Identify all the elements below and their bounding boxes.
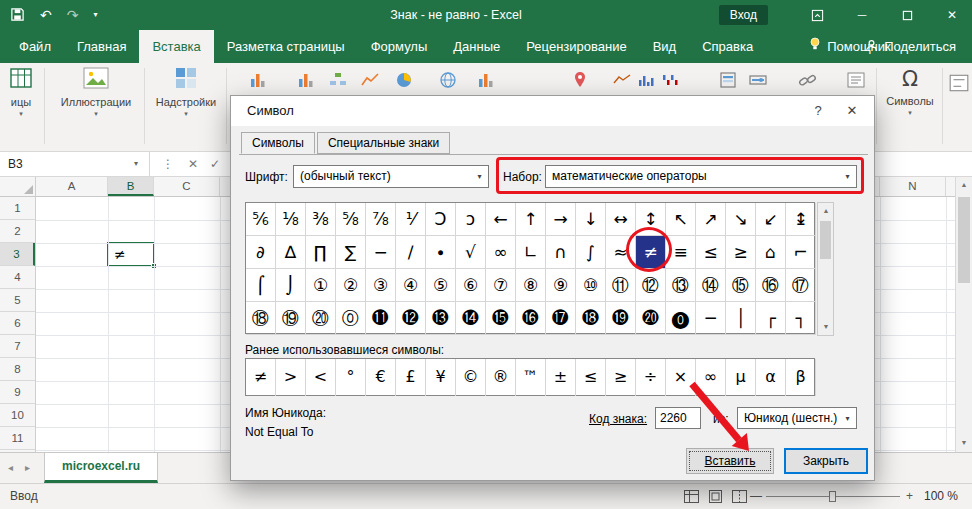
- row-header[interactable]: 4: [0, 266, 35, 289]
- share-button[interactable]: Поделиться: [857, 30, 964, 63]
- row-header[interactable]: 2: [0, 220, 35, 243]
- row-header[interactable]: 10: [0, 404, 35, 427]
- symbol-cell[interactable]: ∆: [276, 236, 306, 269]
- symbol-cell[interactable]: ┌: [756, 302, 786, 335]
- symbol-cell[interactable]: ↙: [756, 203, 786, 236]
- scroll-up-icon[interactable]: ▲: [956, 177, 972, 193]
- symbol-cell[interactable]: ⅛: [276, 203, 306, 236]
- sheet-nav-right-icon[interactable]: ▸: [25, 453, 30, 483]
- formula-bar-handle-icon[interactable]: ⋮: [162, 152, 174, 176]
- symbol-cell[interactable]: ⅟: [396, 203, 426, 236]
- symbols-group-button[interactable]: Ω Символы ▾: [880, 66, 940, 116]
- symbol-cell[interactable]: ⅚: [246, 203, 276, 236]
- symbol-cell[interactable]: ↘: [726, 203, 756, 236]
- zoom-out-icon[interactable]: —: [750, 484, 762, 509]
- select-all-corner[interactable]: [0, 177, 36, 197]
- qat-customize-icon[interactable]: ▾: [93, 11, 97, 19]
- symbol-cell[interactable]: ⑭: [696, 269, 726, 302]
- symbol-cell[interactable]: ⓿: [666, 302, 696, 335]
- symbol-cell[interactable]: ⓱: [546, 302, 576, 335]
- ribbon-tab[interactable]: Справка: [689, 30, 766, 63]
- hierarchy-chart-icon[interactable]: [328, 70, 350, 92]
- undo-icon[interactable]: ↶: [40, 8, 52, 22]
- symbol-cell[interactable]: ⑤: [426, 269, 456, 302]
- symbol-cell[interactable]: ∕: [396, 236, 426, 269]
- symbol-cell[interactable]: ∙: [426, 236, 456, 269]
- symbol-cell[interactable]: ⌂: [756, 236, 786, 269]
- save-icon[interactable]: [10, 7, 25, 24]
- symbol-cell[interactable]: ↓: [576, 203, 606, 236]
- symbol-cell[interactable]: ─: [696, 302, 726, 335]
- help-icon[interactable]: ?: [802, 96, 834, 126]
- recent-symbol-cell[interactable]: °: [336, 359, 366, 396]
- symbol-cell[interactable]: ∑: [336, 236, 366, 269]
- link-icon[interactable]: [798, 70, 820, 92]
- recent-symbol-cell[interactable]: ≥: [606, 359, 636, 396]
- recent-symbol-cell[interactable]: α: [756, 359, 786, 396]
- chevron-down-icon[interactable]: ▾: [839, 408, 856, 428]
- recent-symbol-cell[interactable]: ≤: [576, 359, 606, 396]
- normal-view-icon[interactable]: [684, 490, 699, 504]
- line-chart-icon[interactable]: [360, 70, 382, 92]
- chevron-down-icon[interactable]: ▾: [471, 166, 488, 187]
- ribbon-tab[interactable]: Разметка страницы: [214, 30, 358, 63]
- symbol-cell[interactable]: ⑬: [666, 269, 696, 302]
- row-header[interactable]: 6: [0, 312, 35, 335]
- column-sparkline-icon[interactable]: [636, 70, 658, 92]
- symbol-cell[interactable]: ④: [396, 269, 426, 302]
- cancel-icon[interactable]: ✕: [188, 152, 198, 176]
- symbol-grid-scrollbar[interactable]: ▲ ▼: [817, 202, 834, 336]
- recent-symbol-cell[interactable]: ™: [516, 359, 546, 396]
- recent-symbol-cell[interactable]: £: [396, 359, 426, 396]
- recent-symbol-cell[interactable]: ¥: [426, 359, 456, 396]
- symbol-cell[interactable]: ↄ: [456, 203, 486, 236]
- symbol-cell[interactable]: ⑯: [756, 269, 786, 302]
- timeline-icon[interactable]: [748, 70, 770, 92]
- sheet-tab[interactable]: microexcel.ru: [44, 453, 158, 483]
- sheet-nav-left-icon[interactable]: ◂: [8, 453, 13, 483]
- symbol-cell[interactable]: ≤: [696, 236, 726, 269]
- illustrations-group-button[interactable]: Иллюстрации ▾: [48, 66, 144, 117]
- column-chart-icon[interactable]: [296, 70, 318, 92]
- page-break-view-icon[interactable]: [732, 490, 747, 504]
- ribbon-tab[interactable]: Вид: [640, 30, 690, 63]
- symbol-cell[interactable]: ⓴: [636, 302, 666, 335]
- symbol-cell[interactable]: ⅜: [306, 203, 336, 236]
- symbol-cell[interactable]: ⌠: [246, 269, 276, 302]
- symbol-cell[interactable]: ⓲: [576, 302, 606, 335]
- page-layout-view-icon[interactable]: [708, 490, 723, 504]
- name-box-caret-icon[interactable]: ▾: [134, 152, 138, 176]
- row-header[interactable]: 7: [0, 335, 35, 358]
- row-header[interactable]: 8: [0, 358, 35, 381]
- symbol-cell[interactable]: ↨: [786, 203, 816, 236]
- recent-symbol-cell[interactable]: <: [306, 359, 336, 396]
- recommended-charts-icon[interactable]: [248, 70, 270, 92]
- char-code-input[interactable]: [655, 407, 701, 429]
- symbol-cell[interactable]: ∏: [306, 236, 336, 269]
- zoom-level[interactable]: 100 %: [924, 484, 958, 509]
- sign-in-button[interactable]: Вход: [719, 5, 768, 25]
- symbol-cell[interactable]: ⓮: [456, 302, 486, 335]
- symbol-cell[interactable]: ⓰: [516, 302, 546, 335]
- symbol-cell[interactable]: ⑳: [306, 302, 336, 335]
- symbol-cell[interactable]: ⑰: [786, 269, 816, 302]
- row-header[interactable]: 5: [0, 289, 35, 312]
- vertical-scrollbar[interactable]: ▲ ▼: [955, 177, 972, 452]
- recent-symbol-cell[interactable]: >: [276, 359, 306, 396]
- ribbon-tab[interactable]: Вставка: [139, 30, 213, 63]
- row-header[interactable]: 1: [0, 197, 35, 220]
- symbol-cell[interactable]: ⅝: [336, 203, 366, 236]
- column-header[interactable]: N: [880, 177, 946, 196]
- symbol-cell[interactable]: ↗: [696, 203, 726, 236]
- symbol-cell[interactable]: ∟: [516, 236, 546, 269]
- symbol-cell[interactable]: ⓭: [426, 302, 456, 335]
- close-button-dialog[interactable]: Закрыть: [784, 448, 868, 474]
- recent-symbol-cell[interactable]: ×: [666, 359, 696, 396]
- scroll-down-icon[interactable]: ▼: [956, 435, 972, 451]
- recent-symbol-cell[interactable]: ®: [486, 359, 516, 396]
- close-button[interactable]: ✕: [932, 0, 972, 30]
- symbol-cell[interactable]: ⓫: [366, 302, 396, 335]
- recent-symbol-cell[interactable]: ©: [456, 359, 486, 396]
- symbol-cell[interactable]: ┐: [786, 302, 816, 335]
- vertical-scroll-thumb[interactable]: [958, 197, 970, 283]
